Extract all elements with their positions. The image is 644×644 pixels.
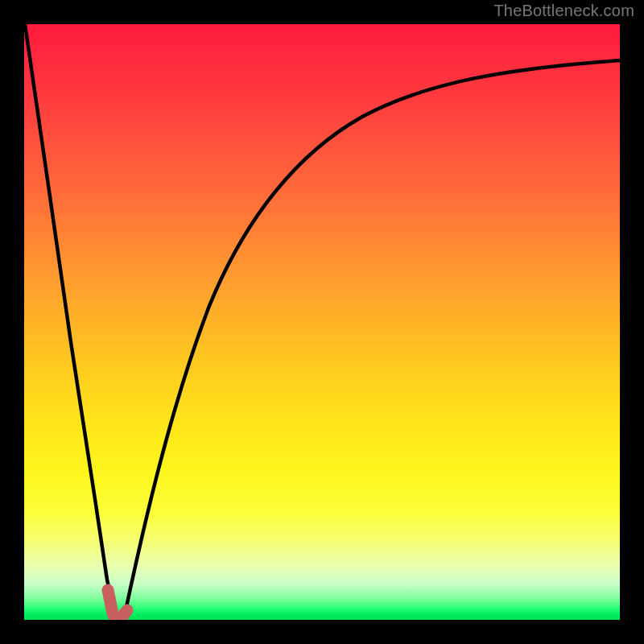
bottleneck-curve [24, 24, 620, 620]
plot-area [24, 24, 620, 620]
optimal-marker [108, 590, 127, 618]
chart-frame: TheBottleneck.com [0, 0, 644, 644]
curve-left-branch [25, 24, 114, 613]
curve-right-branch [126, 60, 620, 607]
watermark-text: TheBottleneck.com [493, 2, 634, 20]
